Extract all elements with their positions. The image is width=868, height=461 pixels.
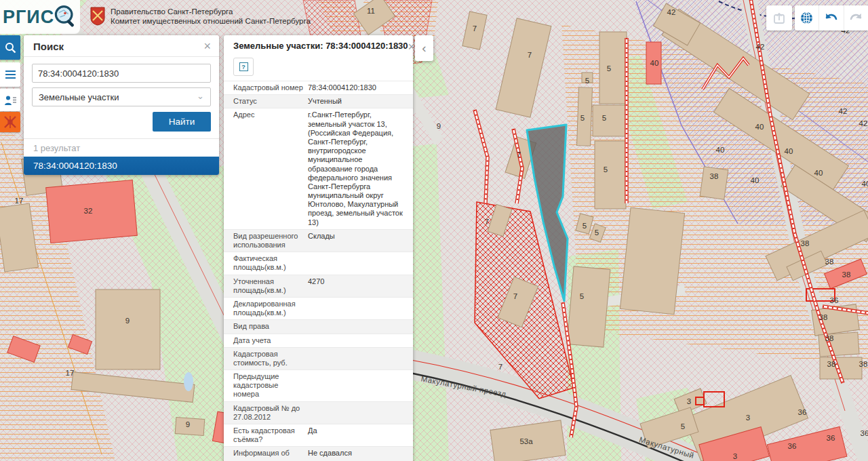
detail-row: Кадастровый номер78:34:0004120:1830 (224, 81, 413, 94)
detail-label: Информация об аренде (224, 448, 308, 461)
results-count: 1 результат (24, 138, 219, 157)
building-number-label: 40 (785, 147, 793, 155)
building-number-label: 36 (798, 408, 807, 416)
building-number-label: 53а (519, 437, 533, 445)
detail-value (308, 254, 413, 273)
building-number-label: 5 (604, 165, 608, 174)
results-list: 78:34:0004120:1830 (24, 157, 219, 175)
search-result-item[interactable]: 78:34:0004120:1830 (24, 157, 219, 175)
identify-icon: ? (239, 62, 248, 71)
undo-icon (824, 12, 839, 24)
building-number-label: 11 (367, 7, 375, 15)
detail-label: Есть кадастровая съёмка? (224, 426, 308, 445)
detail-row: Вид права (224, 319, 413, 333)
detail-label: Декларированная площадь(кв.м.) (224, 299, 308, 318)
detail-value (308, 336, 413, 346)
detail-label: Уточненная площадь(кв.м.) (224, 277, 308, 296)
detail-value: 4270 (308, 277, 413, 296)
detail-label: Кадастровый № до 27.08.2012 (224, 403, 308, 422)
detail-row: Вид разрешенного использованияСклады (224, 229, 413, 252)
app-logo: РГИС (0, 0, 80, 34)
detail-row: Адресг.Санкт-Петербург, земельный участо… (224, 108, 413, 228)
building-number-label: 38 (842, 270, 851, 279)
detail-value: Склады (308, 231, 413, 250)
sidebar-spb-emblem-tool[interactable] (0, 112, 20, 132)
detail-value: г.Санкт-Петербург, земельный участок 13,… (308, 110, 413, 227)
building-number-label: 36 (861, 429, 868, 437)
building-number-label: 40 (751, 176, 760, 184)
building-number-label: 36 (827, 434, 835, 442)
building-number-label: 36 (788, 442, 797, 450)
building-number-label: 5 (607, 64, 611, 73)
detail-value (308, 372, 413, 400)
details-panel-close-icon[interactable]: × (408, 41, 413, 53)
detail-row: Кадастровая стоимость, руб. (224, 347, 413, 369)
logo-text: РГИС (3, 7, 54, 28)
building-number-label: 42 (839, 107, 848, 115)
building-number-label: 9 (125, 317, 130, 325)
detail-row: Информация об арендеНе сдавался (224, 446, 413, 461)
search-input[interactable] (32, 64, 211, 83)
sidebar-user-tool[interactable] (0, 89, 20, 111)
detail-row: Предыдущие кадастровые номера (224, 369, 413, 401)
building-number-label: 32 (84, 207, 93, 215)
sidebar-layers-menu[interactable] (0, 62, 20, 87)
building-number-label: 40 (716, 146, 725, 154)
detail-label: Фактическая площадь(кв.м.) (224, 254, 308, 273)
detail-value (308, 299, 413, 318)
building-number-label: 38 (710, 172, 719, 180)
search-panel: Поиск × Земельные участки ⌄ Найти 1 резу… (24, 35, 219, 175)
detail-label: Вид разрешенного использования (224, 231, 308, 250)
building-number-label: 3 (746, 414, 750, 422)
user-legend-icon (4, 95, 17, 106)
chevron-down-icon: ⌄ (197, 91, 204, 101)
detail-value: Да (308, 426, 413, 445)
building-number-label: 5 (602, 114, 606, 122)
building-number-label: 5 (583, 222, 587, 230)
building-number-label: 7 (485, 218, 489, 226)
globe-button[interactable] (795, 5, 819, 31)
detail-label: Вид права (224, 321, 308, 332)
building-number-label: 5 (595, 228, 599, 237)
detail-value: Не сдавался (308, 448, 413, 461)
detail-row: Есть кадастровая съёмка?Да (224, 424, 413, 446)
detail-value: Учтенный (308, 96, 413, 106)
find-button[interactable]: Найти (153, 112, 211, 132)
building-number-label: 40 (650, 59, 659, 67)
building-number-label: 40 (755, 123, 764, 131)
building-number-label: 7 (473, 24, 477, 33)
building-number-label: 3 (687, 397, 691, 405)
details-table: Кадастровый номер78:34:0004120:1830Стату… (224, 81, 413, 461)
redo-icon (848, 12, 863, 24)
gov-line1: Правительство Санкт-Петербурга (111, 7, 311, 16)
building-number-label: 38 (825, 258, 834, 266)
sidebar-search-tool[interactable] (0, 35, 20, 60)
building-number-label: 7 (517, 151, 521, 159)
building-number-label: 5 (580, 292, 584, 300)
details-panel-title: Земельные участки: 78:34:0004120:1830 (233, 41, 408, 51)
search-panel-close-icon[interactable]: × (203, 40, 211, 52)
building-number-label: 5 (580, 114, 585, 122)
detail-label: Кадастровая стоимость, руб. (224, 349, 308, 368)
detail-row: Уточненная площадь(кв.м.)4270 (224, 275, 413, 297)
detail-value (308, 349, 413, 368)
details-collapse-button[interactable]: ‹ (415, 35, 433, 61)
identify-button[interactable]: ? (233, 58, 254, 76)
globe-icon (800, 11, 814, 25)
detail-label: Адрес (224, 110, 308, 227)
building-number-label: 42 (859, 119, 868, 127)
building-number-label: 7 (528, 51, 532, 59)
redo-button[interactable] (844, 5, 868, 31)
export-button[interactable] (766, 5, 792, 31)
hamburger-menu-icon (5, 70, 16, 79)
detail-label: Предыдущие кадастровые номера (224, 372, 308, 400)
building-number-label: 38 (859, 360, 868, 368)
search-category-select[interactable]: Земельные участки ⌄ (32, 87, 211, 106)
building-number-label: 36 (830, 296, 839, 304)
building-number-label: 42 (667, 8, 676, 16)
gov-line2: Комитет имущественных отношений Санкт-Пе… (111, 16, 311, 26)
map-history-toolbar (795, 5, 868, 31)
detail-row: Декларированная площадь(кв.м.) (224, 297, 413, 319)
undo-button[interactable] (819, 5, 844, 31)
building-number-label: 7 (498, 363, 502, 371)
